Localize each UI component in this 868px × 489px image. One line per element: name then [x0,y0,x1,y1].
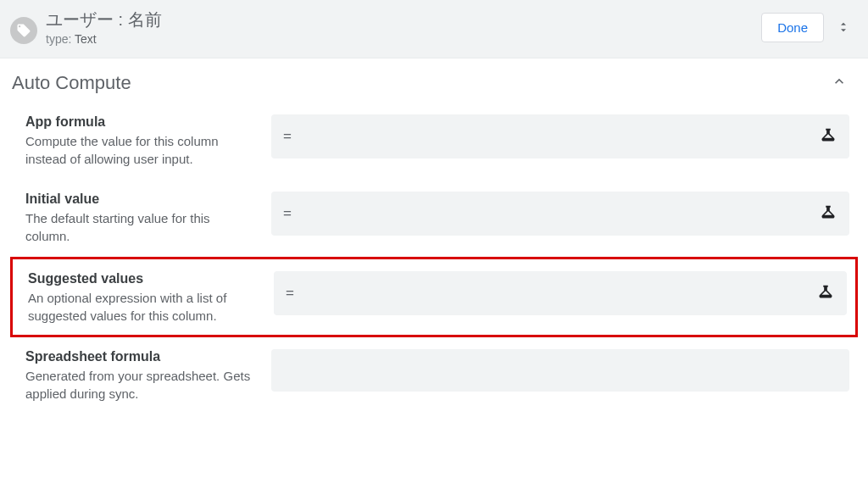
highlight-box-suggested-values: Suggested values An optional expression … [10,257,858,337]
row-label-block: Spreadsheet formula Generated from your … [25,349,271,403]
label-app-formula: App formula [25,114,251,130]
chevron-up-icon [831,73,848,93]
row-label-block: App formula Compute the value for this c… [25,114,271,168]
equals-sign: = [283,128,292,145]
input-wrap-app-formula: = [271,114,849,158]
row-initial-value: Initial value The default starting value… [0,180,868,257]
row-label-block: Suggested values An optional expression … [28,271,274,325]
desc-app-formula: Compute the value for this column instea… [25,132,251,168]
label-initial-value: Initial value [25,192,251,207]
initial-value-input[interactable]: = [271,192,849,236]
section-header-auto-compute[interactable]: Auto Compute [0,58,868,103]
input-wrap-spreadsheet-formula [271,349,849,392]
input-wrap-initial-value: = [271,192,849,236]
page-header: ユーザー : 名前 type: Text Done [0,0,868,58]
equals-sign: = [286,285,294,302]
type-value: Text [75,32,97,46]
reorder-icon[interactable] [836,19,851,35]
row-spreadsheet-formula: Spreadsheet formula Generated from your … [0,337,868,414]
label-suggested-values: Suggested values [28,271,253,286]
row-app-formula: App formula Compute the value for this c… [0,103,868,180]
desc-spreadsheet-formula: Generated from your spreadsheet. Gets ap… [25,367,251,403]
type-row: type: Text [46,32,162,46]
app-formula-input[interactable]: = [271,114,849,158]
tag-icon [10,17,37,44]
desc-suggested-values: An optional expression with a list of su… [28,289,253,325]
flask-icon[interactable] [816,284,835,303]
row-suggested-values: Suggested values An optional expression … [13,263,855,325]
spreadsheet-formula-input[interactable] [271,349,849,392]
type-label: type: [46,32,71,46]
suggested-values-input[interactable]: = [274,271,847,315]
row-label-block: Initial value The default starting value… [25,192,271,245]
input-wrap-suggested-values: = [274,271,847,315]
flask-icon[interactable] [819,127,837,146]
section-title: Auto Compute [12,72,131,94]
header-right: Done [761,13,851,42]
desc-initial-value: The default starting value for this colu… [25,209,251,245]
header-left: ユーザー : 名前 type: Text [10,8,162,46]
equals-sign: = [283,205,292,222]
flask-icon[interactable] [819,204,837,223]
done-button[interactable]: Done [761,13,824,42]
label-spreadsheet-formula: Spreadsheet formula [25,349,251,364]
title-block: ユーザー : 名前 type: Text [46,8,162,46]
column-title: ユーザー : 名前 [46,8,162,31]
